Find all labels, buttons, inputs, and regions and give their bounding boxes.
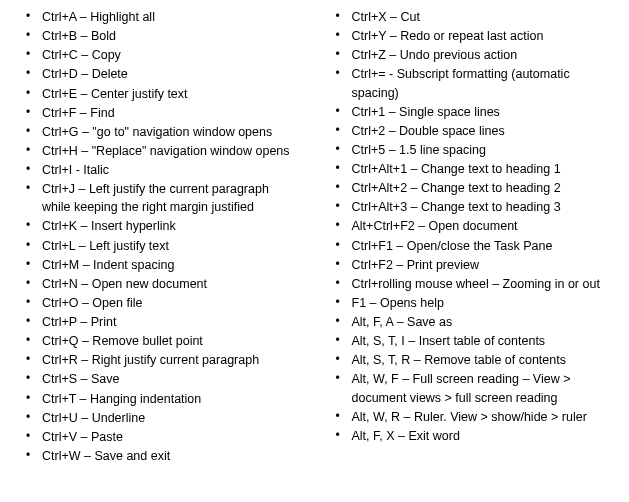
- list-item: Ctrl+P – Print: [20, 313, 300, 331]
- list-item: Ctrl+1 – Single space lines: [330, 103, 610, 121]
- list-item: Alt, S, T, R – Remove table of contents: [330, 351, 610, 369]
- list-item: Alt, S, T, I – Insert table of contents: [330, 332, 610, 350]
- list-item: Ctrl+J – Left justify the current paragr…: [20, 180, 300, 216]
- list-item: Ctrl+B – Bold: [20, 27, 300, 45]
- list-item: Ctrl+Alt+3 – Change text to heading 3: [330, 198, 610, 216]
- list-item: Ctrl+rolling mouse wheel – Zooming in or…: [330, 275, 610, 293]
- list-item: Ctrl+G – "go to" navigation window opens: [20, 123, 300, 141]
- list-item: Ctrl+Alt+2 – Change text to heading 2: [330, 179, 610, 197]
- list-item: Ctrl+F2 – Print preview: [330, 256, 610, 274]
- list-item: Ctrl+Alt+1 – Change text to heading 1: [330, 160, 610, 178]
- shortcut-columns: Ctrl+A – Highlight allCtrl+B – BoldCtrl+…: [20, 8, 609, 466]
- shortcut-col-2: Ctrl+X – CutCtrl+Y – Redo or repeat last…: [330, 8, 610, 466]
- list-item: Ctrl+S – Save: [20, 370, 300, 388]
- list-item: Ctrl+Z – Undo previous action: [330, 46, 610, 64]
- list-item: Alt, W, R – Ruler. View > show/hide > ru…: [330, 408, 610, 426]
- list-item: Ctrl+Y – Redo or repeat last action: [330, 27, 610, 45]
- list-item: Ctrl+R – Right justify current paragraph: [20, 351, 300, 369]
- list-item: Ctrl+T – Hanging indentation: [20, 390, 300, 408]
- list-item: Alt, F, X – Exit word: [330, 427, 610, 445]
- list-item: Ctrl+D – Delete: [20, 65, 300, 83]
- list-item: Ctrl+I - Italic: [20, 161, 300, 179]
- list-item: Ctrl+M – Indent spacing: [20, 256, 300, 274]
- list-item: Ctrl+Q – Remove bullet point: [20, 332, 300, 350]
- list-item: Ctrl+5 – 1.5 line spacing: [330, 141, 610, 159]
- list-item: Ctrl+W – Save and exit: [20, 447, 300, 465]
- list-item: Ctrl+K – Insert hyperlink: [20, 217, 300, 235]
- list-item: Alt+Ctrl+F2 – Open document: [330, 217, 610, 235]
- list-item: Ctrl+F1 – Open/close the Task Pane: [330, 237, 610, 255]
- list-item: Ctrl+N – Open new document: [20, 275, 300, 293]
- list-item: Ctrl+V – Paste: [20, 428, 300, 446]
- shortcut-list-2: Ctrl+X – CutCtrl+Y – Redo or repeat last…: [330, 8, 610, 445]
- list-item: F1 – Opens help: [330, 294, 610, 312]
- shortcut-col-1: Ctrl+A – Highlight allCtrl+B – BoldCtrl+…: [20, 8, 300, 466]
- list-item: Ctrl+2 – Double space lines: [330, 122, 610, 140]
- list-item: Ctrl+C – Copy: [20, 46, 300, 64]
- shortcut-list-1: Ctrl+A – Highlight allCtrl+B – BoldCtrl+…: [20, 8, 300, 465]
- list-item: Ctrl+E – Center justify text: [20, 85, 300, 103]
- list-item: Ctrl+= - Subscript formatting (automatic…: [330, 65, 610, 101]
- list-item: Ctrl+U – Underline: [20, 409, 300, 427]
- list-item: Ctrl+H – "Replace" navigation window ope…: [20, 142, 300, 160]
- list-item: Ctrl+X – Cut: [330, 8, 610, 26]
- list-item: Ctrl+A – Highlight all: [20, 8, 300, 26]
- list-item: Ctrl+L – Left justify text: [20, 237, 300, 255]
- list-item: Ctrl+O – Open file: [20, 294, 300, 312]
- list-item: Ctrl+F – Find: [20, 104, 300, 122]
- list-item: Alt, F, A – Save as: [330, 313, 610, 331]
- list-item: Alt, W, F – Full screen reading – View >…: [330, 370, 610, 406]
